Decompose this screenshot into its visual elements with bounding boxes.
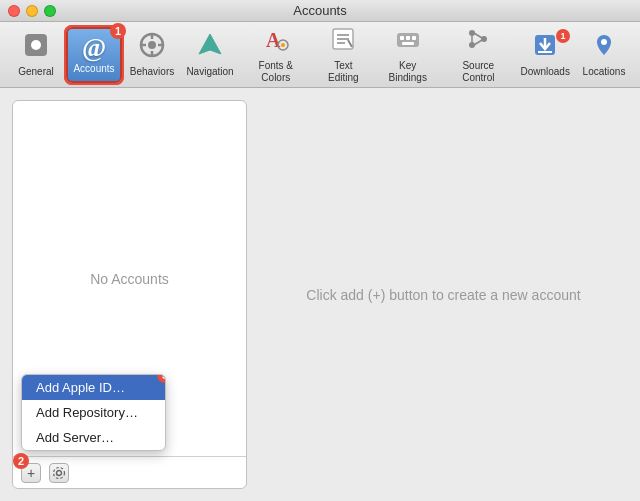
toolbar-item-key-bindings[interactable]: Key Bindings (375, 27, 440, 83)
accounts-icon: @ (82, 35, 106, 61)
svg-point-30 (601, 39, 607, 45)
add-apple-id-item[interactable]: Add Apple ID… (22, 375, 165, 400)
toolbar-item-behaviors[interactable]: Behaviors (124, 27, 180, 83)
add-button-container: 2 + 3 Add Apple ID… Add Repository… Add … (21, 463, 41, 483)
svg-line-25 (474, 33, 482, 38)
toolbar-item-label-navigation: Navigation (186, 66, 233, 78)
source-control-icon (464, 25, 492, 58)
svg-rect-20 (402, 42, 414, 45)
toolbar-item-label-text-editing: Text Editing (322, 60, 366, 84)
toolbar-item-downloads[interactable]: 1 Downloads (516, 27, 574, 83)
toolbar-item-locations[interactable]: Locations (576, 27, 632, 83)
main-content: No Accounts 2 + 3 Add Apple ID… Add Repo… (0, 88, 640, 501)
svg-line-26 (474, 40, 482, 45)
toolbar: General 1 @ Accounts Behaviors Navigatio… (0, 22, 640, 88)
svg-point-32 (54, 467, 65, 478)
minimize-button[interactable] (26, 5, 38, 17)
svg-rect-17 (400, 36, 404, 40)
toolbar-item-source-control[interactable]: Source Control (442, 27, 514, 83)
locations-icon (590, 31, 618, 64)
toolbar-item-label-downloads: Downloads (520, 66, 569, 78)
step-1-badge: 1 (110, 23, 126, 39)
svg-point-1 (31, 40, 41, 50)
window-title: Accounts (293, 3, 346, 18)
toolbar-item-label-general: General (18, 66, 54, 78)
left-panel-footer: 2 + 3 Add Apple ID… Add Repository… Add … (13, 456, 246, 488)
general-icon (22, 31, 50, 64)
text-editing-icon (329, 25, 357, 58)
downloads-badge: 1 (556, 29, 570, 43)
downloads-icon (531, 31, 559, 64)
maximize-button[interactable] (44, 5, 56, 17)
right-panel: Click add (+) button to create a new acc… (247, 100, 628, 489)
toolbar-item-accounts[interactable]: 1 @ Accounts (66, 27, 122, 83)
toolbar-item-label-locations: Locations (583, 66, 626, 78)
step-3-badge: 3 (157, 374, 166, 383)
svg-rect-18 (406, 36, 410, 40)
svg-point-23 (481, 36, 487, 42)
fonts-colors-icon: A (262, 25, 290, 58)
svg-marker-8 (199, 34, 221, 54)
settings-button[interactable] (49, 463, 69, 483)
add-account-dropdown: 3 Add Apple ID… Add Repository… Add Serv… (21, 374, 166, 451)
svg-point-11 (281, 43, 285, 47)
toolbar-item-label-fonts-colors: Fonts & Colors (248, 60, 304, 84)
titlebar-buttons (8, 5, 56, 17)
toolbar-item-fonts-colors[interactable]: A Fonts & Colors (240, 27, 312, 83)
svg-point-3 (148, 41, 156, 49)
titlebar: Accounts (0, 0, 640, 22)
add-repository-item[interactable]: Add Repository… (22, 400, 165, 425)
step-2-badge: 2 (13, 453, 29, 469)
no-accounts-label: No Accounts (90, 271, 169, 287)
left-panel: No Accounts 2 + 3 Add Apple ID… Add Repo… (12, 100, 247, 489)
toolbar-item-label-behaviors: Behaviors (130, 66, 174, 78)
toolbar-item-label-source-control: Source Control (450, 60, 506, 84)
toolbar-item-navigation[interactable]: Navigation (182, 27, 238, 83)
behaviors-icon (138, 31, 166, 64)
toolbar-item-label-key-bindings: Key Bindings (383, 60, 432, 84)
toolbar-item-label-accounts: Accounts (73, 63, 114, 75)
add-server-item[interactable]: Add Server… (22, 425, 165, 450)
svg-rect-19 (412, 36, 416, 40)
toolbar-item-general[interactable]: General (8, 27, 64, 83)
key-bindings-icon (394, 25, 422, 58)
svg-point-31 (57, 470, 62, 475)
step-3-label: 3 (157, 374, 166, 383)
close-button[interactable] (8, 5, 20, 17)
navigation-icon (196, 31, 224, 64)
toolbar-item-text-editing[interactable]: Text Editing (314, 27, 374, 83)
right-panel-placeholder: Click add (+) button to create a new acc… (306, 287, 580, 303)
